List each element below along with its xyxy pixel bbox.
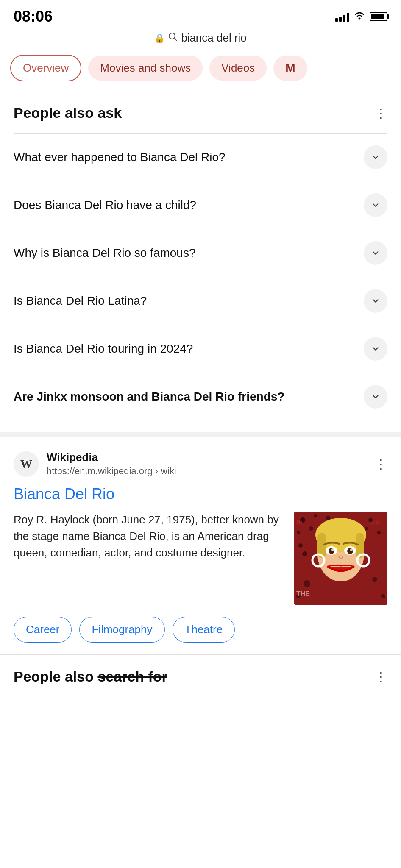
people-also-ask-section: People also ask ⋮ What ever happened to … xyxy=(0,89,401,420)
wiki-source-name: Wikipedia xyxy=(47,451,176,464)
svg-point-8 xyxy=(326,516,330,520)
tab-more[interactable]: M xyxy=(273,56,307,81)
pase-header: People also search for ⋮ xyxy=(14,668,387,685)
paa-item-4[interactable]: Is Bianca Del Rio Latina? xyxy=(14,277,387,325)
svg-point-9 xyxy=(298,543,303,548)
paa-header: People also ask ⋮ xyxy=(14,105,387,121)
svg-point-5 xyxy=(314,514,317,517)
paa-item-1[interactable]: What ever happened to Bianca Del Rio? xyxy=(14,133,387,181)
paa-expand-5[interactable] xyxy=(364,337,387,361)
paa-item-5[interactable]: Is Bianca Del Rio touring in 2024? xyxy=(14,325,387,373)
wiki-info: Wikipedia https://en.m.wikipedia.org › w… xyxy=(47,451,176,477)
paa-question-6: Are Jinkx monsoon and Bianca Del Rio fri… xyxy=(14,388,364,405)
section-divider xyxy=(0,432,401,437)
lock-icon: 🔒 xyxy=(154,33,165,43)
paa-expand-1[interactable] xyxy=(364,145,387,169)
wiki-header: W Wikipedia https://en.m.wikipedia.org ›… xyxy=(14,451,387,477)
pase-title: People also search for xyxy=(14,668,167,685)
svg-point-29 xyxy=(372,577,377,582)
paa-question-2: Does Bianca Del Rio have a child? xyxy=(14,197,364,213)
paa-more-options[interactable]: ⋮ xyxy=(374,106,387,120)
people-also-search-for-section: People also search for ⋮ xyxy=(0,654,401,685)
status-icons xyxy=(335,11,387,22)
search-query: bianca del rio xyxy=(181,31,247,45)
search-icon xyxy=(168,32,178,44)
paa-question-3: Why is Bianca Del Rio so famous? xyxy=(14,245,364,261)
svg-point-6 xyxy=(297,531,300,534)
svg-point-14 xyxy=(377,531,381,534)
svg-point-15 xyxy=(365,527,368,530)
wiki-chips: Career Filmography Theatre xyxy=(14,617,387,654)
paa-item-6[interactable]: Are Jinkx monsoon and Bianca Del Rio fri… xyxy=(14,373,387,420)
pase-title-strike: search for xyxy=(97,668,167,684)
paa-question-5: Is Bianca Del Rio touring in 2024? xyxy=(14,340,364,357)
paa-question-4: Is Bianca Del Rio Latina? xyxy=(14,292,364,309)
wiki-source-url: https://en.m.wikipedia.org › wiki xyxy=(47,466,176,477)
wiki-title[interactable]: Bianca Del Rio xyxy=(14,485,387,503)
svg-point-0 xyxy=(359,18,361,20)
paa-expand-4[interactable] xyxy=(364,289,387,313)
tab-overview[interactable]: Overview xyxy=(10,55,81,81)
battery-icon xyxy=(370,12,387,21)
paa-item-3[interactable]: Why is Bianca Del Rio so famous? xyxy=(14,229,387,277)
wikipedia-section: W Wikipedia https://en.m.wikipedia.org ›… xyxy=(0,437,401,654)
svg-text:.co: .co xyxy=(370,519,379,526)
wifi-icon xyxy=(354,11,365,22)
tabs-bar: Overview Movies and shows Videos M xyxy=(0,50,401,89)
chip-career[interactable]: Career xyxy=(14,617,72,643)
signal-icon xyxy=(335,11,349,22)
svg-text:Ri: Ri xyxy=(296,519,302,526)
svg-point-28 xyxy=(304,580,310,587)
tab-videos[interactable]: Videos xyxy=(209,56,267,81)
svg-line-2 xyxy=(174,38,177,41)
chip-theatre[interactable]: Theatre xyxy=(173,617,235,643)
paa-expand-3[interactable] xyxy=(364,241,387,265)
paa-expand-6[interactable] xyxy=(364,385,387,409)
tab-movies-and-shows[interactable]: Movies and shows xyxy=(88,56,203,81)
paa-question-1: What ever happened to Bianca Del Rio? xyxy=(14,149,364,165)
wiki-more-options[interactable]: ⋮ xyxy=(374,456,387,471)
search-bar[interactable]: 🔒 bianca del rio xyxy=(0,30,401,50)
paa-title: People also ask xyxy=(14,105,122,121)
pase-more-options[interactable]: ⋮ xyxy=(374,669,387,684)
wiki-description: Roy R. Haylock (born June 27, 1975), bet… xyxy=(14,512,284,605)
chip-filmography[interactable]: Filmography xyxy=(79,617,164,643)
svg-point-25 xyxy=(350,548,353,551)
svg-point-31 xyxy=(381,594,385,598)
paa-item-2[interactable]: Does Bianca Del Rio have a child? xyxy=(14,181,387,229)
wiki-source: W Wikipedia https://en.m.wikipedia.org ›… xyxy=(14,451,176,477)
status-bar: 08:06 xyxy=(0,0,401,30)
status-time: 08:06 xyxy=(14,8,53,25)
wiki-image: Ri .co THE xyxy=(294,512,387,605)
paa-expand-2[interactable] xyxy=(364,193,387,217)
svg-point-7 xyxy=(309,526,313,531)
wiki-body: Roy R. Haylock (born June 27, 1975), bet… xyxy=(14,512,387,605)
svg-point-12 xyxy=(302,551,307,556)
svg-text:THE: THE xyxy=(296,590,310,598)
wikipedia-logo: W xyxy=(14,451,39,477)
svg-point-24 xyxy=(331,548,334,551)
